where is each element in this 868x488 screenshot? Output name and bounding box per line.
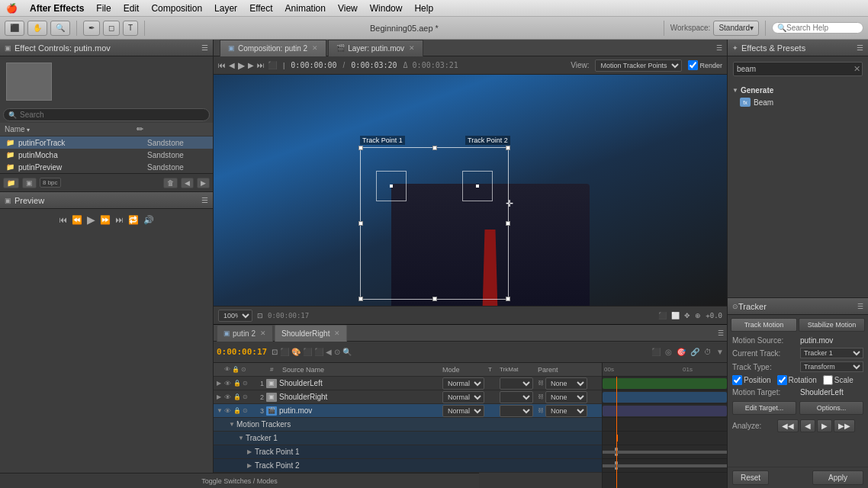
list-item[interactable]: 📁 putinPreview Sandstone [0, 161, 213, 173]
workspace-selector[interactable]: Standard ▾ [713, 21, 759, 36]
handle-mr[interactable] [506, 221, 510, 226]
preview-loop[interactable]: 🔁 [128, 215, 139, 225]
expand-2[interactable]: ▶ [217, 393, 224, 400]
playback-skip-start[interactable]: ⏮ [218, 61, 226, 69]
search-help-input[interactable] [786, 24, 855, 32]
vis-3[interactable]: 👁 [224, 407, 233, 415]
tab-putin2[interactable]: ▣ putin 2 ✕ [217, 325, 273, 342]
trkmat-select-2[interactable] [500, 391, 533, 403]
scroll-btn[interactable]: ◀ [181, 178, 194, 188]
list-item[interactable]: 📁 putinForTrack Sandstone [0, 136, 213, 149]
viewer-bottom-icon1[interactable]: ⬛ [658, 312, 667, 319]
position-check-label[interactable]: Position [732, 375, 771, 385]
apple-menu[interactable]: 🍎 [6, 3, 18, 14]
zoom-fit[interactable]: ⊡ [257, 312, 263, 319]
track-bar-2[interactable] [603, 392, 727, 403]
playback-step-forward[interactable]: ▶ [248, 61, 254, 69]
effects-group-generate-header[interactable]: ▼ Generate [731, 85, 865, 96]
handle-tr[interactable] [506, 146, 510, 150]
tl-icon13[interactable]: ⏱ [704, 348, 712, 356]
parent-2[interactable]: ⛓ None [538, 391, 599, 403]
list-item[interactable]: 📁 putinMocha Sandstone [0, 149, 213, 161]
handle-br[interactable] [506, 297, 510, 301]
viewer-bottom-icon3[interactable]: ✥ [684, 312, 690, 319]
playback-play[interactable]: ▶ [238, 60, 245, 71]
track-point-2-row[interactable]: ▶ Track Point 2 [214, 459, 602, 473]
tl-icon12[interactable]: 🔗 [690, 348, 699, 356]
handle-ml[interactable] [358, 221, 363, 226]
tab-putin2-close[interactable]: ✕ [260, 329, 266, 337]
handle-bl[interactable] [358, 297, 363, 301]
rotation-checkbox[interactable] [777, 375, 787, 385]
lock-1[interactable]: 🔒 [233, 380, 243, 387]
mt-expand[interactable]: ▼ [229, 421, 236, 428]
preview-step-back[interactable]: ⏪ [72, 215, 82, 225]
motion-trackers-row[interactable]: ▼ Motion Trackers [214, 418, 602, 432]
vis-2[interactable]: 👁 [224, 393, 233, 401]
search-help-box[interactable]: 🔍 [772, 22, 863, 34]
menu-after-effects[interactable]: After Effects [30, 3, 84, 14]
toggle-switches[interactable]: Toggle Switches / Modes [214, 473, 479, 488]
tp1-expand[interactable]: ▶ [247, 448, 255, 455]
new-comp-btn[interactable]: ▣ [22, 178, 37, 188]
mode-2[interactable]: Normal [442, 391, 488, 403]
tl-icon7[interactable]: ⊙ [334, 348, 340, 356]
handle-tl[interactable] [358, 146, 363, 150]
menu-edit[interactable]: Edit [124, 3, 140, 14]
edit-col-icon[interactable]: ✏ [137, 124, 147, 134]
menu-file[interactable]: File [96, 3, 111, 14]
tool-btn-3[interactable]: 🔍 [50, 21, 70, 36]
tab-shoulderright-close[interactable]: ✕ [334, 329, 340, 337]
preview-skip-forward[interactable]: ⏭ [115, 215, 124, 224]
trkmat-select-1[interactable] [500, 377, 533, 390]
tool-shape[interactable]: ◻ [103, 21, 120, 36]
menu-layer[interactable]: Layer [214, 3, 237, 14]
effects-search-clear[interactable]: ✕ [852, 63, 862, 75]
layer-row-2[interactable]: ▶ 👁 🔒 ⊙ 2 ▣ ShoulderRight Normal [214, 390, 602, 404]
t1-expand[interactable]: ▼ [238, 435, 246, 441]
lock-2[interactable]: 🔒 [233, 393, 243, 400]
menu-help[interactable]: Help [414, 3, 433, 14]
tab-shoulderright[interactable]: ShoulderRight ✕ [275, 325, 347, 342]
analyze-back[interactable]: ◀ [800, 419, 815, 432]
parent-select-3[interactable]: None [545, 405, 587, 417]
options-button[interactable]: Options... [799, 401, 863, 415]
trkmat-3[interactable] [500, 405, 538, 417]
parent-select-2[interactable]: None [545, 391, 587, 403]
reset-button[interactable]: Reset [732, 470, 769, 485]
menu-window[interactable]: Window [370, 3, 403, 14]
mode-1[interactable]: Normal [442, 377, 488, 390]
tl-icon1[interactable]: ⊡ [272, 348, 278, 356]
menu-effect[interactable]: Effect [249, 3, 272, 14]
zoom-selector[interactable]: 100% [218, 310, 252, 322]
mode-select-3[interactable]: Normal [442, 405, 484, 417]
tracker-1-row[interactable]: ▼ Tracker 1 [214, 432, 602, 445]
track-bar-1[interactable] [603, 378, 727, 389]
layer-tab-close[interactable]: ✕ [409, 44, 415, 52]
scroll-btn-right[interactable]: ▶ [197, 178, 210, 188]
expand-3[interactable]: ▼ [217, 407, 224, 414]
track-type-selector[interactable]: Transform [800, 361, 863, 372]
tl-icon10[interactable]: ◎ [665, 348, 672, 356]
stabilize-motion-button[interactable]: Stabilize Motion [799, 318, 865, 332]
project-search-input[interactable] [17, 111, 204, 119]
menu-view[interactable]: View [338, 3, 358, 14]
tl-icon3[interactable]: 🎨 [291, 348, 301, 356]
tl-menu-icon[interactable]: ☰ [718, 329, 724, 337]
rotation-check-label[interactable]: Rotation [777, 375, 817, 385]
tool-btn-1[interactable]: ⬛ [5, 21, 24, 36]
expand-1[interactable]: ▶ [217, 380, 224, 387]
menu-animation[interactable]: Animation [285, 3, 326, 14]
comp-tab-close[interactable]: ✕ [312, 44, 318, 52]
current-track-selector[interactable]: Tracker 1 [800, 348, 863, 358]
effects-panel-menu[interactable]: ☰ [857, 43, 863, 52]
tool-pen[interactable]: ✒ [83, 21, 100, 36]
playback-skip-end[interactable]: ⏭ [257, 61, 265, 69]
render-checkbox[interactable] [688, 60, 698, 70]
tool-text[interactable]: T [123, 21, 138, 36]
edit-target-button[interactable]: Edit Target... [732, 401, 796, 415]
handle-bm[interactable] [432, 297, 437, 301]
tool-btn-2[interactable]: ✋ [27, 21, 47, 36]
analyze-step-forward[interactable]: ▶▶ [834, 419, 855, 432]
view-selector[interactable]: Motion Tracker Points [595, 59, 682, 72]
